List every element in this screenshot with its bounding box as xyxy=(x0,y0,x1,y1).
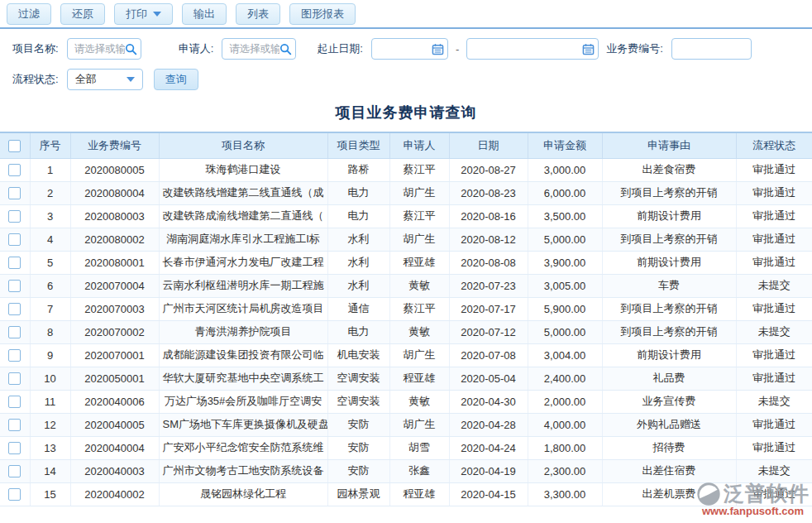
project-name-picker[interactable] xyxy=(67,38,141,60)
cell-amount: 1,800.00 xyxy=(528,436,602,459)
cell-project[interactable]: 广州市天河区统计局机房改造项目 xyxy=(159,297,327,320)
print-button[interactable]: 打印 xyxy=(114,3,173,25)
row-checkbox[interactable] xyxy=(8,396,21,408)
row-checkbox[interactable] xyxy=(8,442,21,454)
column-header[interactable]: 项目类型 xyxy=(327,132,389,158)
cell-fee-no[interactable]: 2020070004 xyxy=(70,274,159,297)
button-label: 列表 xyxy=(247,7,269,22)
date-to-field[interactable] xyxy=(466,38,599,60)
chart-report-button[interactable]: 图形报表 xyxy=(289,3,356,25)
cell-applicant[interactable]: 蔡江平 xyxy=(389,158,449,181)
calendar-icon[interactable] xyxy=(432,43,444,55)
cell-applicant[interactable]: 黄敏 xyxy=(389,274,449,297)
cell-fee-no[interactable]: 2020040006 xyxy=(70,390,159,413)
query-button[interactable]: 查询 xyxy=(154,69,198,90)
cell-fee-no[interactable]: 2020080004 xyxy=(70,181,159,204)
row-checkbox[interactable] xyxy=(8,233,21,246)
cell-applicant[interactable]: 胡广生 xyxy=(389,343,449,367)
cell-seq: 3 xyxy=(30,204,70,228)
export-button[interactable]: 输出 xyxy=(182,3,227,25)
cell-applicant[interactable]: 胡广生 xyxy=(389,228,449,251)
filter-button[interactable]: 过滤 xyxy=(7,3,51,25)
cell-applicant[interactable]: 程亚雄 xyxy=(389,251,449,274)
row-checkbox[interactable] xyxy=(8,326,21,338)
applicant-input[interactable] xyxy=(222,43,279,55)
cell-project[interactable]: 青海洪湖养护院项目 xyxy=(159,320,327,343)
status-select-value: 全部 xyxy=(75,72,97,87)
cell-project[interactable]: 珠海鹤港口建设 xyxy=(159,158,327,181)
row-checkbox[interactable] xyxy=(8,372,21,385)
cell-fee-no[interactable]: 2020040005 xyxy=(70,413,159,436)
calendar-icon[interactable] xyxy=(582,43,595,55)
list-button[interactable]: 列表 xyxy=(236,3,280,25)
cell-applicant[interactable]: 程亚雄 xyxy=(389,367,449,390)
column-header[interactable]: 序号 xyxy=(30,132,70,158)
cell-applicant[interactable]: 黄敏 xyxy=(389,320,449,343)
cell-type: 机电安装 xyxy=(327,343,389,367)
row-checkbox[interactable] xyxy=(8,349,21,362)
row-checkbox[interactable] xyxy=(8,280,21,292)
cell-applicant[interactable]: 胡雪 xyxy=(389,436,449,459)
search-icon[interactable] xyxy=(125,43,137,55)
cell-fee-no[interactable]: 2020040004 xyxy=(70,436,159,459)
column-header[interactable]: 业务费编号 xyxy=(70,132,159,158)
cell-fee-no[interactable]: 2020080001 xyxy=(70,251,159,274)
cell-fee-no[interactable]: 2020080003 xyxy=(70,204,159,228)
cell-project[interactable]: 成都能源建设集团投资有限公司临 xyxy=(159,343,327,367)
cell-applicant[interactable]: 张鑫 xyxy=(389,459,449,482)
cell-status: 审批通过 xyxy=(736,367,812,390)
project-name-input[interactable] xyxy=(68,43,125,55)
cell-fee-no[interactable]: 2020050001 xyxy=(70,367,159,390)
cell-project[interactable]: 广州市文物考古工地安防系统设备 xyxy=(159,459,327,482)
date-from-input[interactable] xyxy=(372,43,432,55)
cell-fee-no[interactable]: 2020070001 xyxy=(70,343,159,367)
cell-applicant[interactable]: 程亚雄 xyxy=(389,482,449,506)
row-checkbox[interactable] xyxy=(8,164,21,176)
cell-project[interactable]: 广安邓小平纪念馆安全防范系统维 xyxy=(159,436,327,459)
applicant-picker[interactable] xyxy=(222,38,296,60)
row-checkbox[interactable] xyxy=(8,303,21,315)
row-checkbox[interactable] xyxy=(8,465,21,477)
cell-applicant[interactable]: 胡广生 xyxy=(389,181,449,204)
row-checkbox[interactable] xyxy=(8,257,21,269)
date-from-field[interactable] xyxy=(371,38,448,60)
cell-project[interactable]: 晟铭园林绿化工程 xyxy=(159,482,327,506)
column-header[interactable]: 申请金额 xyxy=(528,132,602,158)
cell-project[interactable]: 湖南洞庭湖水库引水工程施工I标 xyxy=(159,228,327,251)
cell-project[interactable]: 云南水利枢纽潜明水库一期工程施 xyxy=(159,274,327,297)
cell-project[interactable]: 万达广场35#会所及咖啡厅空调安 xyxy=(159,390,327,413)
cell-project[interactable]: SM广场地下车库更换摄像机及硬盘 xyxy=(159,413,327,436)
cell-project[interactable]: 华软大厦研究基地中央空调系统工 xyxy=(159,367,327,390)
cell-fee-no[interactable]: 2020040003 xyxy=(70,459,159,482)
row-checkbox[interactable] xyxy=(8,419,21,431)
cell-project[interactable]: 改建铁路线增建第二线直通线（成 xyxy=(159,181,327,204)
column-header[interactable]: 项目名称 xyxy=(159,132,327,158)
column-header[interactable]: 日期 xyxy=(449,132,528,158)
column-header[interactable]: 申请人 xyxy=(389,132,449,158)
cell-project[interactable]: 长春市伊通河水力发电厂改建工程 xyxy=(159,251,327,274)
cell-applicant[interactable]: 蔡江平 xyxy=(389,204,449,228)
cell-fee-no[interactable]: 2020080005 xyxy=(70,158,159,181)
cell-fee-no[interactable]: 2020070003 xyxy=(70,297,159,320)
row-checkbox[interactable] xyxy=(8,187,21,199)
select-all-checkbox[interactable] xyxy=(8,140,21,152)
date-to-input[interactable] xyxy=(467,43,582,55)
cell-fee-no[interactable]: 2020040002 xyxy=(70,482,159,506)
status-select[interactable]: 全部 xyxy=(67,69,143,90)
column-header[interactable]: 申请事由 xyxy=(602,132,736,158)
restore-button[interactable]: 还原 xyxy=(60,3,105,25)
row-check-cell xyxy=(0,297,30,320)
search-icon[interactable] xyxy=(279,43,292,55)
cell-applicant[interactable]: 蔡江平 xyxy=(389,297,449,320)
row-checkbox[interactable] xyxy=(8,210,21,223)
cell-amount: 2,000.00 xyxy=(528,390,602,413)
cell-fee-no[interactable]: 2020070002 xyxy=(70,320,159,343)
fee-no-input[interactable] xyxy=(671,38,752,60)
cell-applicant[interactable]: 胡广生 xyxy=(389,413,449,436)
cell-project[interactable]: 改建铁路成渝线增建第二直通线（ xyxy=(159,204,327,228)
cell-fee-no[interactable]: 2020080002 xyxy=(70,228,159,251)
fee-no-label: 业务费编号: xyxy=(606,41,663,56)
column-header[interactable]: 流程状态 xyxy=(736,132,812,158)
cell-applicant[interactable]: 黄敏 xyxy=(389,390,449,413)
row-checkbox[interactable] xyxy=(8,488,21,501)
